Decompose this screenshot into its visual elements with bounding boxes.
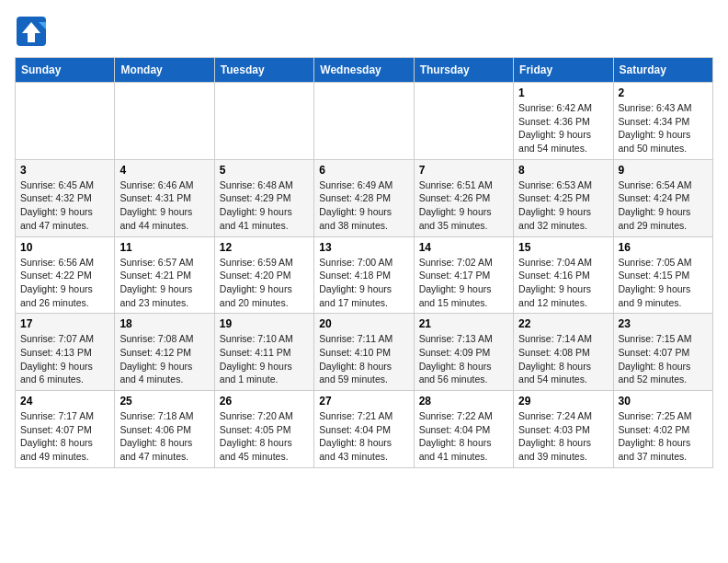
day-info: Sunrise: 7:22 AM Sunset: 4:04 PM Dayligh… [419, 409, 508, 464]
day-number: 2 [619, 86, 708, 99]
calendar-cell: 6Sunrise: 6:49 AM Sunset: 4:28 PM Daylig… [314, 159, 414, 236]
day-info: Sunrise: 7:11 AM Sunset: 4:10 PM Dayligh… [319, 332, 408, 386]
day-info: Sunrise: 7:00 AM Sunset: 4:18 PM Dayligh… [319, 256, 408, 310]
calendar-cell: 19Sunrise: 7:10 AM Sunset: 4:11 PM Dayli… [214, 314, 313, 391]
calendar-cell: 24Sunrise: 7:17 AM Sunset: 4:07 PM Dayli… [16, 391, 115, 468]
calendar-cell: 16Sunrise: 7:05 AM Sunset: 4:15 PM Dayli… [613, 236, 712, 314]
calendar-cell [314, 83, 414, 160]
day-number: 6 [319, 164, 408, 177]
day-number: 30 [619, 395, 708, 408]
day-info: Sunrise: 7:15 AM Sunset: 4:07 PM Dayligh… [619, 332, 708, 386]
day-number: 10 [20, 241, 109, 254]
calendar-cell: 10Sunrise: 6:56 AM Sunset: 4:22 PM Dayli… [16, 236, 115, 314]
day-info: Sunrise: 6:48 AM Sunset: 4:29 PM Dayligh… [220, 178, 309, 233]
day-number: 24 [20, 395, 109, 408]
day-number: 16 [619, 241, 708, 254]
weekday-header-wednesday: Wednesday [314, 58, 414, 83]
day-number: 7 [419, 164, 508, 177]
calendar-cell: 2Sunrise: 6:43 AM Sunset: 4:34 PM Daylig… [613, 83, 712, 160]
calendar-cell: 25Sunrise: 7:18 AM Sunset: 4:06 PM Dayli… [115, 391, 214, 468]
calendar-cell: 12Sunrise: 6:59 AM Sunset: 4:20 PM Dayli… [214, 236, 313, 314]
day-number: 20 [319, 317, 408, 330]
calendar-cell: 23Sunrise: 7:15 AM Sunset: 4:07 PM Dayli… [613, 314, 712, 391]
day-info: Sunrise: 7:18 AM Sunset: 4:06 PM Dayligh… [119, 409, 209, 464]
day-number: 8 [518, 164, 608, 177]
calendar-cell: 27Sunrise: 7:21 AM Sunset: 4:04 PM Dayli… [314, 391, 414, 468]
day-info: Sunrise: 7:08 AM Sunset: 4:12 PM Dayligh… [119, 332, 209, 386]
day-info: Sunrise: 7:02 AM Sunset: 4:17 PM Dayligh… [419, 256, 508, 310]
weekday-header-row: SundayMondayTuesdayWednesdayThursdayFrid… [16, 58, 713, 83]
day-info: Sunrise: 7:04 AM Sunset: 4:16 PM Dayligh… [518, 256, 608, 310]
day-info: Sunrise: 6:54 AM Sunset: 4:24 PM Dayligh… [619, 178, 708, 233]
day-number: 9 [619, 164, 708, 177]
calendar-cell: 8Sunrise: 6:53 AM Sunset: 4:25 PM Daylig… [514, 159, 613, 236]
day-info: Sunrise: 6:46 AM Sunset: 4:31 PM Dayligh… [119, 178, 209, 233]
day-number: 23 [619, 317, 708, 330]
calendar-week-1: 1Sunrise: 6:42 AM Sunset: 4:36 PM Daylig… [16, 83, 713, 160]
weekday-header-thursday: Thursday [414, 58, 513, 83]
day-number: 17 [20, 317, 109, 330]
calendar-body: 1Sunrise: 6:42 AM Sunset: 4:36 PM Daylig… [16, 83, 713, 468]
calendar-table: SundayMondayTuesdayWednesdayThursdayFrid… [15, 57, 713, 468]
day-info: Sunrise: 6:56 AM Sunset: 4:22 PM Dayligh… [20, 256, 109, 310]
calendar-cell: 4Sunrise: 6:46 AM Sunset: 4:31 PM Daylig… [115, 159, 214, 236]
calendar-week-5: 24Sunrise: 7:17 AM Sunset: 4:07 PM Dayli… [16, 391, 713, 468]
weekday-header-friday: Friday [514, 58, 613, 83]
calendar-cell: 1Sunrise: 6:42 AM Sunset: 4:36 PM Daylig… [514, 83, 613, 160]
day-info: Sunrise: 6:53 AM Sunset: 4:25 PM Dayligh… [518, 178, 608, 233]
calendar-week-2: 3Sunrise: 6:45 AM Sunset: 4:32 PM Daylig… [16, 159, 713, 236]
day-info: Sunrise: 7:07 AM Sunset: 4:13 PM Dayligh… [20, 332, 109, 386]
calendar-cell: 21Sunrise: 7:13 AM Sunset: 4:09 PM Dayli… [414, 314, 513, 391]
day-number: 29 [518, 395, 608, 408]
logo-icon [15, 15, 48, 48]
calendar-cell [214, 83, 313, 160]
calendar-cell: 14Sunrise: 7:02 AM Sunset: 4:17 PM Dayli… [414, 236, 513, 314]
day-number: 13 [319, 241, 408, 254]
calendar-cell: 20Sunrise: 7:11 AM Sunset: 4:10 PM Dayli… [314, 314, 414, 391]
calendar-cell: 5Sunrise: 6:48 AM Sunset: 4:29 PM Daylig… [214, 159, 313, 236]
day-info: Sunrise: 7:13 AM Sunset: 4:09 PM Dayligh… [419, 332, 508, 386]
calendar-cell: 7Sunrise: 6:51 AM Sunset: 4:26 PM Daylig… [414, 159, 513, 236]
day-info: Sunrise: 7:10 AM Sunset: 4:11 PM Dayligh… [220, 332, 309, 386]
day-number: 25 [119, 395, 209, 408]
day-number: 14 [419, 241, 508, 254]
day-info: Sunrise: 6:49 AM Sunset: 4:28 PM Dayligh… [319, 178, 408, 233]
calendar-cell: 13Sunrise: 7:00 AM Sunset: 4:18 PM Dayli… [314, 236, 414, 314]
day-info: Sunrise: 7:24 AM Sunset: 4:03 PM Dayligh… [518, 409, 608, 464]
day-number: 4 [119, 164, 209, 177]
calendar-cell: 17Sunrise: 7:07 AM Sunset: 4:13 PM Dayli… [16, 314, 115, 391]
calendar-cell: 22Sunrise: 7:14 AM Sunset: 4:08 PM Dayli… [514, 314, 613, 391]
logo [15, 15, 51, 48]
day-info: Sunrise: 6:43 AM Sunset: 4:34 PM Dayligh… [619, 101, 708, 155]
calendar-cell: 26Sunrise: 7:20 AM Sunset: 4:05 PM Dayli… [214, 391, 313, 468]
calendar-cell: 15Sunrise: 7:04 AM Sunset: 4:16 PM Dayli… [514, 236, 613, 314]
calendar-cell: 29Sunrise: 7:24 AM Sunset: 4:03 PM Dayli… [514, 391, 613, 468]
calendar-cell: 30Sunrise: 7:25 AM Sunset: 4:02 PM Dayli… [613, 391, 712, 468]
weekday-header-monday: Monday [115, 58, 214, 83]
day-number: 27 [319, 395, 408, 408]
day-info: Sunrise: 7:14 AM Sunset: 4:08 PM Dayligh… [518, 332, 608, 386]
calendar-header: SundayMondayTuesdayWednesdayThursdayFrid… [16, 58, 713, 83]
day-number: 18 [119, 317, 209, 330]
day-info: Sunrise: 6:42 AM Sunset: 4:36 PM Dayligh… [518, 101, 608, 155]
day-number: 3 [20, 164, 109, 177]
calendar-cell [414, 83, 513, 160]
day-info: Sunrise: 6:57 AM Sunset: 4:21 PM Dayligh… [119, 256, 209, 310]
calendar-cell: 28Sunrise: 7:22 AM Sunset: 4:04 PM Dayli… [414, 391, 513, 468]
day-info: Sunrise: 7:21 AM Sunset: 4:04 PM Dayligh… [319, 409, 408, 464]
calendar-week-4: 17Sunrise: 7:07 AM Sunset: 4:13 PM Dayli… [16, 314, 713, 391]
weekday-header-sunday: Sunday [16, 58, 115, 83]
calendar-cell [115, 83, 214, 160]
page-header [15, 15, 713, 48]
day-number: 1 [518, 86, 608, 99]
day-info: Sunrise: 6:59 AM Sunset: 4:20 PM Dayligh… [220, 256, 309, 310]
calendar-week-3: 10Sunrise: 6:56 AM Sunset: 4:22 PM Dayli… [16, 236, 713, 314]
calendar-cell [16, 83, 115, 160]
day-number: 11 [119, 241, 209, 254]
day-number: 19 [220, 317, 309, 330]
day-info: Sunrise: 7:05 AM Sunset: 4:15 PM Dayligh… [619, 256, 708, 310]
day-number: 15 [518, 241, 608, 254]
day-info: Sunrise: 7:25 AM Sunset: 4:02 PM Dayligh… [619, 409, 708, 464]
day-number: 28 [419, 395, 508, 408]
weekday-header-saturday: Saturday [613, 58, 712, 83]
